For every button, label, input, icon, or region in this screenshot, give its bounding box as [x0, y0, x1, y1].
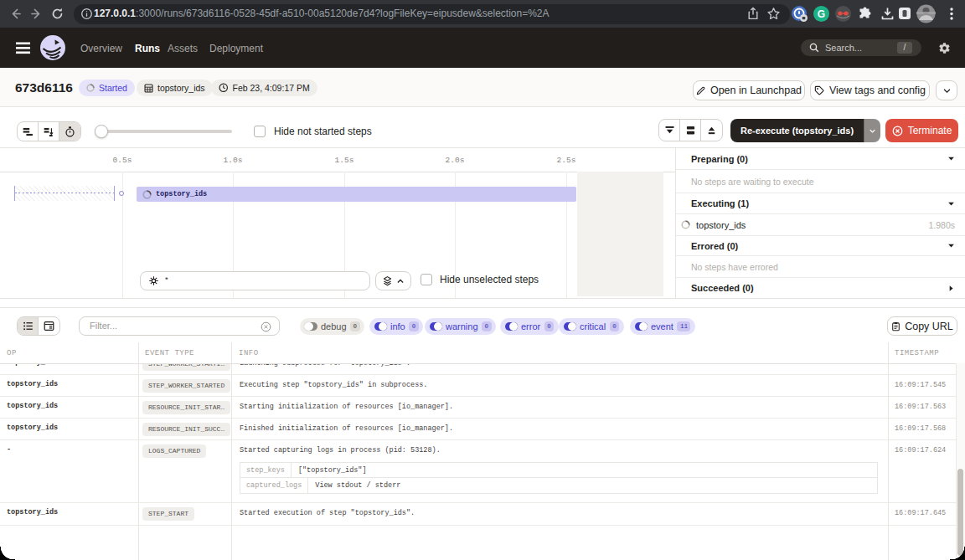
svg-text:G: G — [818, 8, 825, 20]
